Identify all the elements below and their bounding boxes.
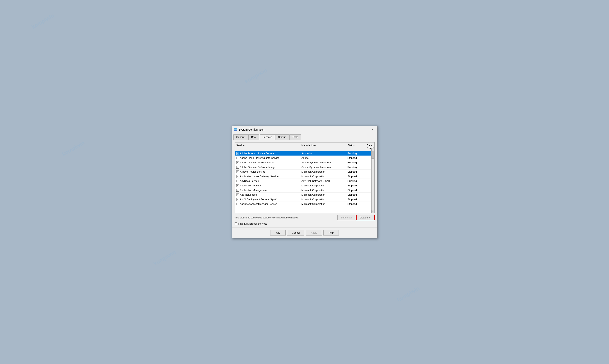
table-row[interactable]: ✓Adobe Flash Player Update ServiceAdobeS… (235, 156, 375, 160)
tab-tools[interactable]: Tools (289, 134, 301, 140)
scrollbar[interactable]: ▲ ▼ (371, 148, 375, 213)
manufacturer-cell: Microsoft Corporation (300, 188, 346, 192)
help-button[interactable]: Help (324, 230, 339, 235)
scroll-down-button[interactable]: ▼ (372, 210, 375, 213)
table-row[interactable]: ✓Adobe Genuine Software Integri...Adobe … (235, 165, 375, 169)
scroll-track[interactable] (372, 151, 375, 210)
hide-label: Hide all Microsoft services (238, 222, 267, 225)
ok-button[interactable]: OK (270, 230, 285, 235)
table-row[interactable]: ✓Application Layer Gateway ServiceMicros… (235, 174, 375, 179)
service-name: Application Layer Gateway Service (240, 175, 279, 178)
table-body[interactable]: ✓Adobe Acrobat Update ServiceAdobe Inc.R… (235, 151, 375, 213)
service-cell: ✓App Readiness (235, 193, 300, 197)
title-bar: System Configuration × (232, 126, 377, 133)
tabs-bar: General Boot Services Startup Tools (232, 133, 377, 140)
status-cell: Stopped (346, 197, 365, 202)
header-status: Status (346, 143, 365, 150)
service-checkbox[interactable]: ✓ (236, 161, 239, 164)
dialog-title: System Configuration (239, 128, 370, 131)
service-cell: ✓Adobe Flash Player Update Service (235, 156, 300, 160)
watermark-1: kompiwin (30, 13, 55, 30)
status-cell: Stopped (346, 156, 365, 160)
table-row[interactable]: ✓Adobe Genuine Monitor ServiceAdobe Syst… (235, 160, 375, 165)
service-name: AppX Deployment Service (AppX... (240, 198, 279, 201)
header-service: Service (235, 143, 300, 150)
note-text: Note that some secure Microsoft services… (234, 216, 299, 219)
service-checkbox[interactable]: ✓ (236, 198, 239, 201)
service-name: Adobe Genuine Software Integri... (240, 166, 278, 169)
status-cell: Stopped (346, 193, 365, 197)
service-cell: ✓Application Layer Gateway Service (235, 174, 300, 179)
service-name: Adobe Acrobat Update Service (240, 152, 274, 155)
manufacturer-cell: Adobe Inc. (300, 151, 346, 156)
bottom-buttons: OK Cancel Apply Help (232, 227, 377, 238)
dialog-icon (234, 128, 237, 131)
manufacturer-cell: Microsoft Corporation (300, 202, 346, 206)
disable-all-button[interactable]: Disable all (356, 215, 375, 220)
service-name: AllJoyn Router Service (240, 170, 265, 173)
status-cell: Stopped (346, 169, 365, 174)
watermark-6: kompiwin (396, 285, 420, 303)
status-cell: Running (346, 165, 365, 169)
table-row[interactable]: ✓AnyDesk ServiceAnyDesk Software GmbHRun… (235, 179, 375, 183)
service-checkbox[interactable]: ✓ (236, 180, 239, 182)
manufacturer-cell: Microsoft Corporation (300, 183, 346, 188)
tab-boot[interactable]: Boot (248, 134, 259, 140)
header-manufacturer: Manufacturer (300, 143, 346, 150)
manufacturer-cell: Microsoft Corporation (300, 197, 346, 202)
service-checkbox[interactable]: ✓ (236, 189, 239, 192)
service-checkbox[interactable]: ✓ (236, 203, 239, 205)
service-checkbox[interactable]: ✓ (236, 157, 239, 159)
tab-general[interactable]: General (233, 134, 248, 140)
service-cell: ✓Adobe Genuine Software Integri... (235, 165, 300, 169)
hide-microsoft-checkbox[interactable] (234, 222, 237, 225)
manufacturer-cell: Adobe Systems, Incorpora... (300, 165, 346, 169)
service-checkbox[interactable]: ✓ (236, 175, 239, 178)
status-cell: Stopped (346, 174, 365, 179)
watermark-2: kompiwin (244, 67, 268, 85)
note-row: Note that some secure Microsoft services… (234, 215, 375, 220)
content-area: Service Manufacturer Status Date Disable… (232, 140, 377, 227)
status-cell: Running (346, 151, 365, 156)
watermark-5: kompiwin (152, 249, 177, 267)
table-row[interactable]: ✓AppX Deployment Service (AppX...Microso… (235, 197, 375, 202)
service-checkbox[interactable]: ✓ (236, 152, 239, 155)
service-checkbox[interactable]: ✓ (236, 170, 239, 173)
table-row[interactable]: ✓Adobe Acrobat Update ServiceAdobe Inc.R… (235, 151, 375, 156)
table-row[interactable]: ✓AssignedAccessManager ServiceMicrosoft … (235, 202, 375, 206)
manufacturer-cell: Microsoft Corporation (300, 193, 346, 197)
table-row[interactable]: ✓Application ManagementMicrosoft Corpora… (235, 188, 375, 193)
table-row[interactable]: ✓App ReadinessMicrosoft CorporationStopp… (235, 193, 375, 197)
services-table: Service Manufacturer Status Date Disable… (234, 142, 375, 213)
tab-services[interactable]: Services (260, 134, 275, 140)
enable-all-button[interactable]: Enable all (337, 215, 355, 220)
svg-rect-2 (234, 130, 237, 131)
table-row[interactable]: ✓Application IdentityMicrosoft Corporati… (235, 183, 375, 188)
scroll-thumb[interactable] (372, 151, 375, 159)
close-button[interactable]: × (370, 128, 375, 132)
service-cell: ✓Application Management (235, 188, 300, 192)
scroll-up-button[interactable]: ▲ (372, 148, 375, 151)
watermark-3: kompiwin (61, 140, 86, 157)
table-row[interactable]: ✓AllJoyn Router ServiceMicrosoft Corpora… (235, 169, 375, 174)
manufacturer-cell: Adobe Systems, Incorpora... (300, 160, 346, 165)
service-checkbox[interactable]: ✓ (236, 184, 239, 187)
hide-row: Hide all Microsoft services (234, 222, 375, 225)
service-cell: ✓Application Identity (235, 183, 300, 188)
table-header: Service Manufacturer Status Date Disable… (235, 143, 375, 151)
service-cell: ✓Adobe Acrobat Update Service (235, 151, 300, 156)
service-checkbox[interactable]: ✓ (236, 166, 239, 169)
cancel-button[interactable]: Cancel (287, 230, 304, 235)
service-name: Adobe Flash Player Update Service (240, 156, 279, 159)
manufacturer-cell: Microsoft Corporation (300, 169, 346, 174)
manufacturer-cell: AnyDesk Software GmbH (300, 179, 346, 183)
status-cell: Stopped (346, 188, 365, 192)
tab-startup[interactable]: Startup (275, 134, 289, 140)
status-cell: Stopped (346, 202, 365, 206)
status-cell: Stopped (346, 183, 365, 188)
apply-button[interactable]: Apply (306, 230, 322, 235)
service-name: Adobe Genuine Monitor Service (240, 161, 275, 164)
service-checkbox[interactable]: ✓ (236, 194, 239, 196)
service-cell: ✓AppX Deployment Service (AppX... (235, 197, 300, 202)
status-cell: Running (346, 160, 365, 165)
